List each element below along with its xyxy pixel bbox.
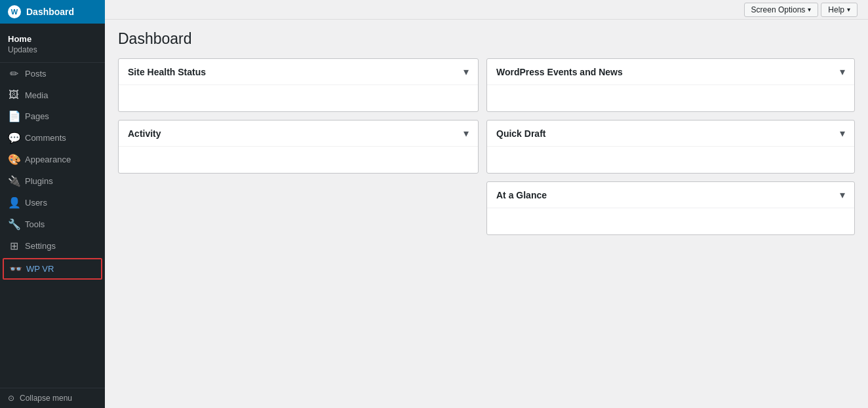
appearance-icon: 🎨	[8, 153, 20, 166]
sidebar-item-wpvr-label: WP VR	[26, 264, 54, 274]
home-link[interactable]: Home	[8, 34, 97, 44]
sidebar-item-appearance[interactable]: 🎨 Appearance	[0, 149, 105, 170]
sidebar-item-media[interactable]: 🖼 Media	[0, 84, 105, 105]
dashboard-content: Dashboard Site Health Status ▾ Activity …	[105, 20, 868, 408]
updates-link[interactable]: Updates	[8, 44, 97, 54]
widget-column-left: Site Health Status ▾ Activity ▾	[118, 58, 486, 235]
collapse-label: Collapse menu	[20, 394, 72, 403]
sidebar-item-settings-label: Settings	[25, 241, 56, 251]
widget-wp-events-header[interactable]: WordPress Events and News ▾	[487, 59, 854, 85]
widget-quick-draft-toggle[interactable]: ▾	[840, 127, 845, 139]
widget-quick-draft-body	[487, 147, 854, 173]
plugins-icon: 🔌	[8, 175, 20, 187]
collapse-menu-button[interactable]: ⊙ Collapse menu	[0, 388, 105, 408]
sidebar-item-posts-label: Posts	[25, 69, 47, 79]
help-label: Help	[828, 5, 844, 14]
widget-wp-events-title: WordPress Events and News	[496, 67, 623, 77]
sidebar-header[interactable]: Dashboard	[0, 0, 105, 24]
screen-options-button[interactable]: Screen Options ▾	[744, 3, 819, 17]
sidebar-item-plugins-label: Plugins	[25, 176, 53, 186]
sidebar-item-users-label: Users	[25, 198, 47, 208]
comments-icon: 💬	[8, 132, 20, 144]
widget-activity-title: Activity	[128, 128, 161, 139]
widget-grid: Site Health Status ▾ Activity ▾	[118, 58, 855, 235]
widget-wp-events-body	[487, 85, 854, 111]
screen-options-label: Screen Options	[751, 5, 806, 14]
widget-quick-draft-title: Quick Draft	[496, 128, 545, 139]
widget-wp-events-toggle[interactable]: ▾	[840, 65, 845, 78]
widget-wp-events: WordPress Events and News ▾	[486, 58, 855, 112]
help-button[interactable]: Help ▾	[821, 3, 858, 17]
widget-at-a-glance-title: At a Glance	[496, 190, 547, 200]
sidebar-item-plugins[interactable]: 🔌 Plugins	[0, 170, 105, 192]
sidebar-item-wpvr[interactable]: 👓 WP VR	[3, 258, 102, 280]
sidebar-item-comments[interactable]: 💬 Comments	[0, 127, 105, 149]
widget-at-a-glance-toggle[interactable]: ▾	[840, 189, 845, 201]
sidebar-item-pages[interactable]: 📄 Pages	[0, 105, 105, 127]
widget-quick-draft-header[interactable]: Quick Draft ▾	[487, 121, 854, 147]
help-chevron: ▾	[847, 6, 850, 13]
sidebar-item-posts[interactable]: ✏ Posts	[0, 63, 105, 84]
sidebar-item-users[interactable]: 👤 Users	[0, 192, 105, 213]
tools-icon: 🔧	[8, 218, 20, 231]
widget-activity-header[interactable]: Activity ▾	[119, 121, 478, 147]
screen-options-chevron: ▾	[808, 6, 811, 13]
sidebar-header-label: Dashboard	[26, 7, 74, 17]
widget-activity-toggle[interactable]: ▾	[464, 127, 469, 139]
users-icon: 👤	[8, 196, 20, 209]
widget-site-health-header[interactable]: Site Health Status ▾	[119, 59, 478, 85]
settings-icon: ⊞	[8, 240, 20, 252]
sidebar-item-tools-label: Tools	[25, 219, 45, 229]
sidebar-item-media-label: Media	[25, 90, 48, 100]
collapse-icon: ⊙	[8, 394, 14, 403]
posts-icon: ✏	[8, 67, 20, 80]
widget-at-a-glance-body	[487, 208, 854, 234]
sidebar-item-settings[interactable]: ⊞ Settings	[0, 235, 105, 257]
media-icon: 🖼	[8, 89, 20, 101]
widget-activity: Activity ▾	[118, 120, 479, 174]
page-title: Dashboard	[118, 30, 855, 48]
widget-activity-body	[119, 147, 478, 173]
widget-at-a-glance: At a Glance ▾	[486, 181, 855, 235]
sidebar-item-pages-label: Pages	[25, 111, 49, 121]
widget-site-health-body	[119, 85, 478, 111]
wp-logo-icon	[8, 5, 21, 18]
widget-quick-draft: Quick Draft ▾	[486, 120, 855, 174]
sidebar-item-tools[interactable]: 🔧 Tools	[0, 213, 105, 235]
widget-column-right: WordPress Events and News ▾ Quick Draft …	[486, 58, 855, 235]
sidebar-item-comments-label: Comments	[25, 133, 66, 143]
sidebar-item-wpvr-wrapper: 👓 WP VR Get Started Tours Add New Tour W…	[0, 258, 105, 280]
wpvr-icon: 👓	[9, 263, 21, 275]
sidebar-nav: ✏ Posts 🖼 Media 📄 Pages 💬 Comments 🎨 App…	[0, 63, 105, 388]
widget-site-health-title: Site Health Status	[128, 67, 206, 77]
widget-site-health: Site Health Status ▾	[118, 58, 479, 112]
sidebar: Dashboard Home Updates ✏ Posts 🖼 Media 📄…	[0, 0, 105, 408]
main-content: Screen Options ▾ Help ▾ Dashboard Site H…	[105, 0, 868, 408]
sidebar-home: Home Updates	[0, 29, 105, 57]
widget-at-a-glance-header[interactable]: At a Glance ▾	[487, 182, 854, 208]
sidebar-item-appearance-label: Appearance	[25, 155, 71, 164]
topbar: Screen Options ▾ Help ▾	[105, 0, 868, 20]
widget-site-health-toggle[interactable]: ▾	[464, 65, 469, 78]
home-section: Home Updates	[0, 24, 105, 63]
pages-icon: 📄	[8, 110, 20, 122]
